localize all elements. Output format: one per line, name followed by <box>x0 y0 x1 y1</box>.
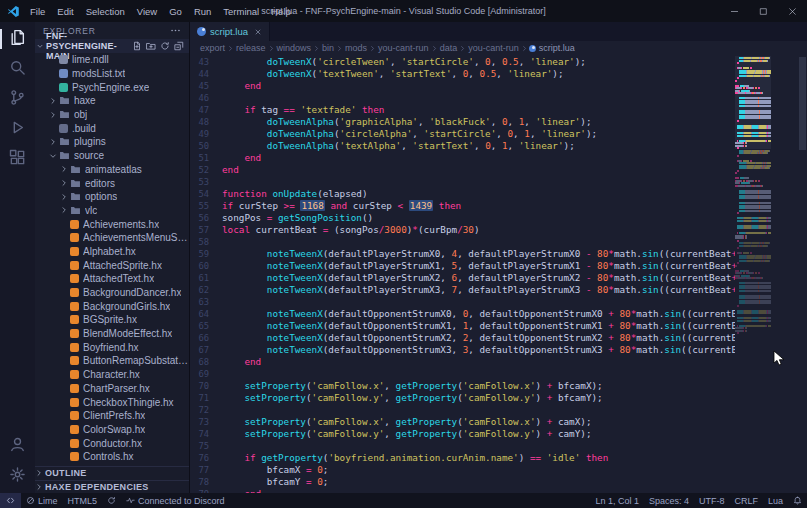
menu-run[interactable]: Run <box>188 0 217 22</box>
code-line-69[interactable]: 69 <box>190 368 735 380</box>
lime-status[interactable]: Lime <box>21 493 63 508</box>
code-line-60[interactable]: 60 noteTweenX(defaultPlayerStrumX1, 5, d… <box>190 260 735 272</box>
line-number[interactable]: 57 <box>190 224 222 236</box>
tree-item-modsList.txt[interactable]: modsList.txt <box>35 67 189 81</box>
code-line-43[interactable]: 43 doTweenX('circleTween', 'startCircle'… <box>190 56 735 68</box>
line-number[interactable]: 55 <box>190 200 222 212</box>
breadcrumb-item[interactable]: data <box>439 43 459 53</box>
vertical-scrollbar[interactable] <box>798 55 807 493</box>
tree-item-ClientPrefs.hx[interactable]: ClientPrefs.hx <box>35 409 189 423</box>
line-number[interactable]: 56 <box>190 212 222 224</box>
code-line-73[interactable]: 73 setProperty('camFollow.x', getPropert… <box>190 416 735 428</box>
line-number[interactable]: 77 <box>190 464 222 476</box>
menu-terminal[interactable]: Terminal <box>217 0 265 22</box>
line-number[interactable]: 47 <box>190 104 222 116</box>
code-line-62[interactable]: 62 noteTweenX(defaultPlayerStrumX3, 7, d… <box>190 284 735 296</box>
code-line-46[interactable]: 46 <box>190 92 735 104</box>
discord-status[interactable]: Connected to Discord <box>121 493 230 508</box>
tree-item-Alphabet.hx[interactable]: Alphabet.hx <box>35 245 189 259</box>
menu-go[interactable]: Go <box>163 0 188 22</box>
code-line-53[interactable]: 53 <box>190 176 735 188</box>
line-number[interactable]: 70 <box>190 380 222 392</box>
line-number[interactable]: 45 <box>190 80 222 92</box>
notifications[interactable] <box>788 493 807 508</box>
line-number[interactable]: 78 <box>190 476 222 488</box>
run-debug-button[interactable] <box>0 114 35 144</box>
code-line-63[interactable]: 63 <box>190 296 735 308</box>
section-haxe-dependencies[interactable]: HAXE DEPENDENCIES <box>35 480 189 494</box>
new-folder-icon[interactable] <box>146 41 156 51</box>
tree-item-Boyfriend.hx[interactable]: Boyfriend.hx <box>35 340 189 354</box>
remote-indicator[interactable] <box>0 493 21 508</box>
refresh-icon[interactable] <box>160 41 170 51</box>
tree-item-vlc[interactable]: vlc <box>35 204 189 218</box>
line-number[interactable]: 64 <box>190 308 222 320</box>
line-number[interactable]: 59 <box>190 248 222 260</box>
menu-selection[interactable]: Selection <box>80 0 131 22</box>
line-number[interactable]: 61 <box>190 272 222 284</box>
line-number[interactable]: 44 <box>190 68 222 80</box>
code-line-76[interactable]: 76 if getProperty('boyfriend.animation.c… <box>190 452 735 464</box>
cursor-position[interactable]: Ln 1, Col 1 <box>590 493 644 508</box>
code-line-68[interactable]: 68 end <box>190 356 735 368</box>
code-line-67[interactable]: 67 noteTweenX(defaultOpponentStrumX3, 3,… <box>190 344 735 356</box>
code-line-79[interactable]: 79 end <box>190 488 735 493</box>
tree-item-plugins[interactable]: plugins <box>35 135 189 149</box>
source-control-button[interactable] <box>0 84 35 114</box>
tree-item-options[interactable]: options <box>35 190 189 204</box>
line-number[interactable]: 54 <box>190 188 222 200</box>
close-button[interactable] <box>778 0 807 22</box>
tree-item-ChartParser.hx[interactable]: ChartParser.hx <box>35 382 189 396</box>
language-mode[interactable]: Lua <box>763 493 788 508</box>
tree-item-BGSprite.hx[interactable]: BGSprite.hx <box>35 313 189 327</box>
html5-target[interactable]: HTML5 <box>63 493 103 508</box>
code-line-51[interactable]: 51 end <box>190 152 735 164</box>
explorer-button[interactable] <box>0 24 35 54</box>
code-line-65[interactable]: 65 noteTweenX(defaultOpponentStrumX1, 1,… <box>190 320 735 332</box>
line-number[interactable]: 51 <box>190 152 222 164</box>
code-line-55[interactable]: 55if curStep >= 1168 and curStep < 1439 … <box>190 200 735 212</box>
line-number[interactable]: 69 <box>190 368 222 380</box>
line-number[interactable]: 53 <box>190 176 222 188</box>
line-number[interactable]: 60 <box>190 260 222 272</box>
close-tab-icon[interactable] <box>254 28 262 36</box>
code-line-48[interactable]: 48 doTweenAlpha('graphicAlpha', 'blackFu… <box>190 116 735 128</box>
line-number[interactable]: 71 <box>190 392 222 404</box>
minimap[interactable] <box>735 55 771 493</box>
tree-item-BlendModeEffect.hx[interactable]: BlendModeEffect.hx <box>35 327 189 341</box>
breadcrumb-item[interactable]: you-cant-run <box>467 43 520 53</box>
tab-script-lua[interactable]: script.lua <box>190 22 270 41</box>
code-line-61[interactable]: 61 noteTweenX(defaultPlayerStrumX2, 6, d… <box>190 272 735 284</box>
settings-gear-button[interactable] <box>0 461 35 491</box>
line-number[interactable]: 46 <box>190 92 222 104</box>
indentation[interactable]: Spaces: 4 <box>644 493 694 508</box>
tree-item-BackgroundDancer.hx[interactable]: BackgroundDancer.hx <box>35 286 189 300</box>
line-number[interactable]: 43 <box>190 56 222 68</box>
line-number[interactable]: 58 <box>190 236 222 248</box>
tree-item-PsychEngine.exe[interactable]: PsychEngine.exe <box>35 80 189 94</box>
line-number[interactable]: 62 <box>190 284 222 296</box>
line-number[interactable]: 49 <box>190 128 222 140</box>
line-number[interactable]: 72 <box>190 404 222 416</box>
tree-item-obj[interactable]: obj <box>35 108 189 122</box>
maximize-button[interactable] <box>749 0 778 22</box>
tree-item-AttachedSprite.hx[interactable]: AttachedSprite.hx <box>35 258 189 272</box>
minimap-slider[interactable] <box>735 56 771 149</box>
breadcrumb-item[interactable]: bin <box>321 43 335 53</box>
tree-item-animateatlas[interactable]: animateatlas <box>35 163 189 177</box>
tree-item-Character.hx[interactable]: Character.hx <box>35 368 189 382</box>
tree-item-.build[interactable]: .build <box>35 121 189 135</box>
code-line-49[interactable]: 49 doTweenAlpha('circleAlpha', 'startCir… <box>190 128 735 140</box>
code-line-66[interactable]: 66 noteTweenX(defaultOpponentStrumX2, 2,… <box>190 332 735 344</box>
code-line-45[interactable]: 45 end <box>190 80 735 92</box>
line-number[interactable]: 67 <box>190 344 222 356</box>
line-number[interactable]: 66 <box>190 332 222 344</box>
line-number[interactable]: 52 <box>190 164 222 176</box>
code-line-75[interactable]: 75 <box>190 440 735 452</box>
code-line-44[interactable]: 44 doTweenX('textTween', 'startText', 0,… <box>190 68 735 80</box>
tree-item-AchievementsMenuState.hx[interactable]: AchievementsMenuState.hx <box>35 231 189 245</box>
project-root[interactable]: FNF-PSYCHENGINE-MAIN <box>35 39 189 53</box>
code-line-52[interactable]: 52end <box>190 164 735 176</box>
line-number[interactable]: 68 <box>190 356 222 368</box>
tree-item-Controls.hx[interactable]: Controls.hx <box>35 450 189 464</box>
